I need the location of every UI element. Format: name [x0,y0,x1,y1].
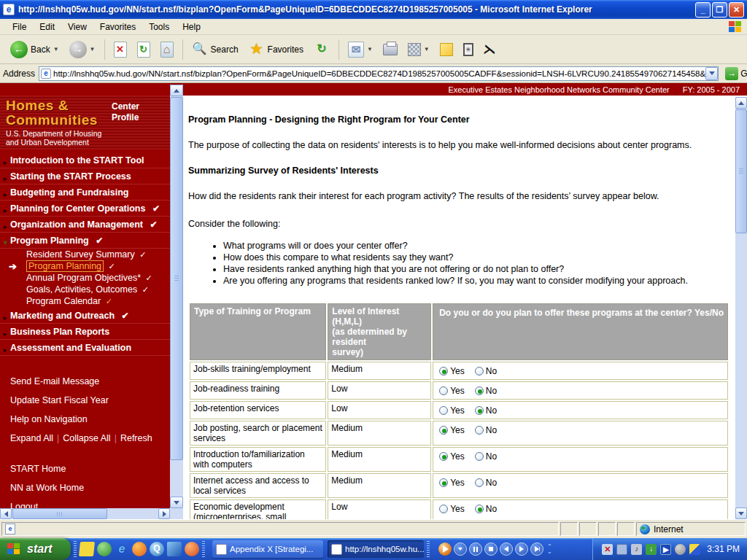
maximize-button[interactable]: ❐ [712,2,727,18]
refresh-button[interactable]: ↻ [133,39,155,60]
scroll-down-button[interactable] [170,497,183,508]
sidebar-link[interactable]: Collapse All [53,433,111,443]
radio-button-icon[interactable] [475,426,484,435]
back-button[interactable]: ← Back ▼ [6,39,63,61]
task-button[interactable]: Appendix X [Strategi... [212,540,323,558]
sidebar-link[interactable]: NN at Work Home [0,478,170,497]
sidebar-link[interactable]: Logout [0,497,170,508]
discuss-button[interactable] [436,41,457,58]
quicktime-icon[interactable]: Q [150,542,164,556]
firefox-icon[interactable] [132,542,147,556]
sidebar-link[interactable]: Refresh [111,433,152,443]
scroll-up-button[interactable] [735,97,747,109]
radio-button-icon[interactable] [475,478,484,487]
menu-item[interactable]: Help [176,20,207,34]
wmp-next-button[interactable] [515,542,528,556]
scroll-down-button[interactable] [735,508,747,519]
sidebar-item[interactable]: Budgeting and Fundraising [0,186,170,201]
menu-item[interactable]: Tools [142,20,176,34]
sidebar-subitem[interactable]: Program Planning [0,261,170,273]
favorites-button[interactable]: ★ Favorites [244,39,308,60]
messenger-button[interactable]: ⋋ [479,39,500,59]
no-radio[interactable]: No [475,451,497,462]
go-button[interactable]: → Go [722,66,747,81]
scroll-right-button[interactable] [158,508,170,519]
sidebar-item[interactable]: Starting the START Process [0,170,170,184]
radio-button-icon[interactable] [439,406,448,415]
address-dropdown-button[interactable] [705,67,718,80]
print-button[interactable] [379,42,402,58]
yes-radio[interactable]: Yes [439,366,465,376]
stop-button[interactable]: ✕ [109,39,131,60]
wmp-menu-button[interactable] [454,542,467,556]
no-radio[interactable]: No [475,504,497,514]
update-icon[interactable]: ↓ [646,544,657,555]
radio-button-icon[interactable] [439,367,448,376]
sidebar-vertical-scrollbar[interactable] [170,85,183,508]
menu-item[interactable]: Edit [33,20,61,34]
main-vertical-scrollbar[interactable] [735,97,747,519]
forward-dropdown-icon[interactable]: ▼ [90,46,96,52]
no-radio[interactable]: No [475,478,497,488]
back-dropdown-icon[interactable]: ▼ [53,46,59,52]
menu-item[interactable]: Favorites [93,20,142,34]
network-disconnected-icon[interactable]: ✕ [602,544,613,555]
sidebar-link[interactable]: Send E-mail Message [0,372,170,391]
research-button[interactable]: ✳ [459,41,478,58]
tray-globe-icon[interactable] [675,544,686,555]
home-button[interactable]: ⌂ [156,39,178,60]
sidebar-subitem[interactable]: Resident Survey Summary [0,249,170,261]
url-text[interactable]: http://lnshhq05w.hud.gov/NN/start.nsf/bi… [53,69,705,78]
media-playing-icon[interactable]: ▶ [660,544,671,555]
address-input[interactable]: e http://lnshhq05w.hud.gov/NN/start.nsf/… [39,66,719,81]
close-button[interactable]: ✕ [729,2,744,18]
wmp-volume-button[interactable] [530,542,543,556]
sidebar-item[interactable]: Planning for Center Operations [0,202,170,217]
menu-item[interactable]: View [61,20,93,34]
yes-radio[interactable]: Yes [439,405,465,416]
msn-app-icon[interactable] [167,542,182,556]
toolbar-grip[interactable] [427,541,430,557]
forward-button[interactable]: → ▼ [65,39,100,61]
sidebar-link[interactable]: Update Start Fiscal Year [0,391,170,410]
minimize-button[interactable]: _ [695,2,711,18]
yes-radio[interactable]: Yes [439,451,465,462]
radio-button-icon[interactable] [475,505,484,513]
sidebar-item[interactable]: Organization and Management [0,218,170,233]
mail-button[interactable]: ✉ ▼ [344,39,377,60]
media-player-icon[interactable] [185,542,199,556]
sidebar-item[interactable]: Introduction to the START Tool [0,154,170,168]
no-radio[interactable]: No [475,425,497,435]
search-button[interactable]: 🔍 Search [187,39,243,60]
sidebar-subitem[interactable]: Annual Program Objectives* [0,273,170,284]
no-radio[interactable]: No [475,405,497,416]
radio-button-icon[interactable] [475,367,484,376]
wmp-previous-button[interactable] [500,542,513,556]
radio-button-icon[interactable] [439,426,448,435]
sidebar-item[interactable]: Business Plan Reports [0,325,170,340]
ie-icon[interactable]: e [115,542,129,556]
sidebar-item[interactable]: Assessment and Evaluation [0,341,170,356]
no-radio[interactable]: No [475,366,497,376]
radio-button-icon[interactable] [439,505,448,513]
toolbar-grip[interactable] [74,541,77,557]
green-app-icon[interactable] [97,542,112,556]
edit-dropdown-icon[interactable]: ▼ [424,46,430,52]
history-button[interactable]: ↻ [309,39,334,60]
wmp-pause-button[interactable] [469,542,482,556]
sidebar-horizontal-scrollbar[interactable] [0,508,170,519]
scroll-thumb[interactable] [735,109,747,233]
deskband-chevrons-icon[interactable]: ⌃⌄ [547,544,552,554]
hud-logo[interactable]: Homes & Communities U.S. Department of H… [0,96,170,149]
toolbar-grip[interactable] [202,541,205,557]
radio-button-icon[interactable] [439,386,448,395]
sidebar-item[interactable]: Marketing and Outreach [0,309,170,324]
radio-button-icon[interactable] [475,386,484,395]
power-icon[interactable] [689,544,700,555]
sidebar-subitem[interactable]: Program Calendar [0,296,170,308]
yes-radio[interactable]: Yes [439,425,465,435]
sidebar-link[interactable]: Expand All [10,433,53,443]
radio-button-icon[interactable] [475,452,484,461]
volume-icon[interactable]: ♪ [631,544,642,555]
sidebar-item[interactable]: Program Planning [0,234,170,249]
